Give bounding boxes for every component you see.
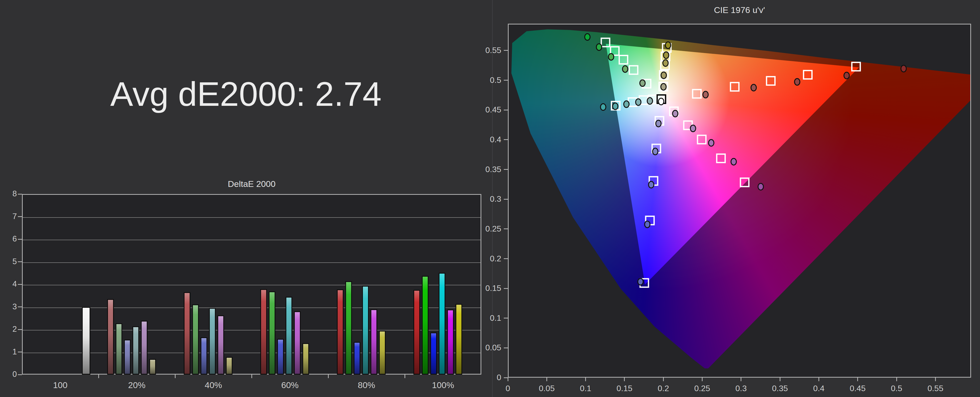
cie-y-tick-label: 0 xyxy=(473,373,501,382)
bar-100pct-green xyxy=(422,276,428,375)
magenta-sweep-measured-point xyxy=(731,158,736,165)
cie-y-tick xyxy=(504,229,508,229)
green-sweep-measured-point xyxy=(585,34,590,40)
bar-group-label: 20% xyxy=(99,380,175,390)
bar-group-label: 80% xyxy=(328,380,405,390)
red-sweep-target-square xyxy=(693,89,701,98)
bar-x-tick xyxy=(251,375,252,378)
bar-40pct-red xyxy=(184,292,190,375)
blue-sweep-measured-point xyxy=(649,181,654,188)
bar-100pct-cyan xyxy=(439,273,445,375)
cie-y-tick-label: 0.35 xyxy=(473,165,501,174)
cie-y-tick xyxy=(504,258,508,259)
bar-y-tick-label: 6 xyxy=(2,234,17,243)
cie-y-tick-label: 0.2 xyxy=(473,254,501,264)
yellow-sweep-measured-point xyxy=(661,72,667,79)
cie-y-tick xyxy=(504,288,508,289)
bar-y-tick xyxy=(18,194,22,195)
green-sweep-target-square xyxy=(619,56,628,64)
cie-y-tick-label: 0.1 xyxy=(473,313,501,323)
green-sweep-measured-point xyxy=(608,54,614,60)
bar-20pct-green xyxy=(116,323,122,375)
bar-80pct-green xyxy=(345,281,352,375)
cie-y-tick xyxy=(504,50,508,51)
bar-20pct-magenta xyxy=(141,321,148,375)
bar-100-white xyxy=(82,307,90,375)
bar-y-tick xyxy=(18,284,22,285)
red-sweep-target-square xyxy=(803,71,812,79)
cie-y-tick xyxy=(504,348,508,348)
bar-y-tick-label: 2 xyxy=(2,325,17,334)
bar-y-tick-label: 3 xyxy=(2,302,17,311)
cie-x-tick-label: 0 xyxy=(493,384,523,393)
bar-40pct-magenta xyxy=(218,315,224,375)
bar-60pct-green xyxy=(269,291,275,375)
green-sweep-target-square xyxy=(629,66,638,74)
cie-y-tick xyxy=(504,199,508,200)
white-point-measured-point xyxy=(659,98,664,105)
bar-y-tick xyxy=(18,374,22,375)
bar-y-tick-label: 5 xyxy=(2,257,17,266)
bar-gridline xyxy=(23,262,480,263)
bar-100pct-yellow xyxy=(455,304,462,375)
bar-60pct-cyan xyxy=(286,297,292,375)
cie-x-tick-label: 0.15 xyxy=(609,384,640,393)
green-sweep-measured-point xyxy=(640,80,645,86)
bar-gridline xyxy=(23,353,480,353)
cyan-sweep-measured-point xyxy=(624,101,629,108)
red-sweep-measured-point xyxy=(901,65,906,72)
bar-group-label: 100 xyxy=(22,380,99,390)
bar-y-tick-label: 8 xyxy=(2,189,17,198)
cie-y-tick-label: 0.4 xyxy=(473,135,501,145)
blue-sweep-measured-point xyxy=(638,278,643,285)
cie-data-markers xyxy=(509,24,971,378)
cyan-sweep-measured-point xyxy=(612,103,618,110)
cie-y-tick xyxy=(504,377,508,378)
cie-x-tick xyxy=(702,378,703,381)
bar-40pct-yellow xyxy=(226,357,232,375)
cie-y-tick xyxy=(504,139,508,140)
magenta-sweep-target-square xyxy=(697,135,706,144)
cie-x-tick-label: 0.1 xyxy=(570,384,601,393)
cie-chart-title: CIE 1976 u'v' xyxy=(508,5,971,15)
bar-y-tick xyxy=(18,239,22,240)
cie-x-tick xyxy=(935,378,936,381)
cie-x-tick xyxy=(624,378,625,381)
bar-20pct-red xyxy=(107,299,114,375)
magenta-sweep-measured-point xyxy=(758,183,763,190)
yellow-sweep-measured-point xyxy=(663,52,669,59)
cie-x-tick xyxy=(741,378,741,381)
green-sweep-target-square xyxy=(601,38,610,47)
bar-y-tick xyxy=(18,306,22,307)
bar-group-label: 40% xyxy=(175,380,251,390)
magenta-sweep-target-square xyxy=(717,154,725,162)
cie-y-tick-label: 0.45 xyxy=(473,105,501,114)
bar-y-tick xyxy=(18,352,22,353)
bar-60pct-yellow xyxy=(302,343,309,375)
bar-x-tick xyxy=(328,375,329,378)
bar-gridline xyxy=(23,285,480,285)
bar-40pct-blue xyxy=(200,337,207,375)
bar-gridline xyxy=(23,217,480,218)
red-sweep-measured-point xyxy=(751,84,756,91)
red-sweep-target-square xyxy=(767,77,775,85)
cie-x-tick-label: 0.5 xyxy=(881,384,912,393)
yellow-sweep-measured-point xyxy=(665,42,671,48)
cie-y-tick-label: 0.5 xyxy=(473,75,501,85)
red-sweep-target-square xyxy=(730,83,739,91)
cie-x-tick xyxy=(585,378,586,381)
cie-y-tick xyxy=(504,169,508,170)
cie-x-tick xyxy=(546,378,547,381)
bar-y-tick xyxy=(18,261,22,262)
cie-x-tick-label: 0.25 xyxy=(687,384,718,393)
bar-y-tick-label: 4 xyxy=(2,279,17,289)
bar-100pct-magenta xyxy=(447,310,454,375)
bar-y-tick-label: 1 xyxy=(2,347,17,356)
bar-100pct-blue xyxy=(430,332,437,375)
bar-40pct-green xyxy=(192,305,199,375)
blue-sweep-measured-point xyxy=(645,221,650,228)
magenta-sweep-target-square xyxy=(740,178,749,187)
bar-y-tick xyxy=(18,216,22,217)
red-sweep-target-square xyxy=(852,62,860,71)
cie-x-tick-label: 0.3 xyxy=(726,384,756,393)
